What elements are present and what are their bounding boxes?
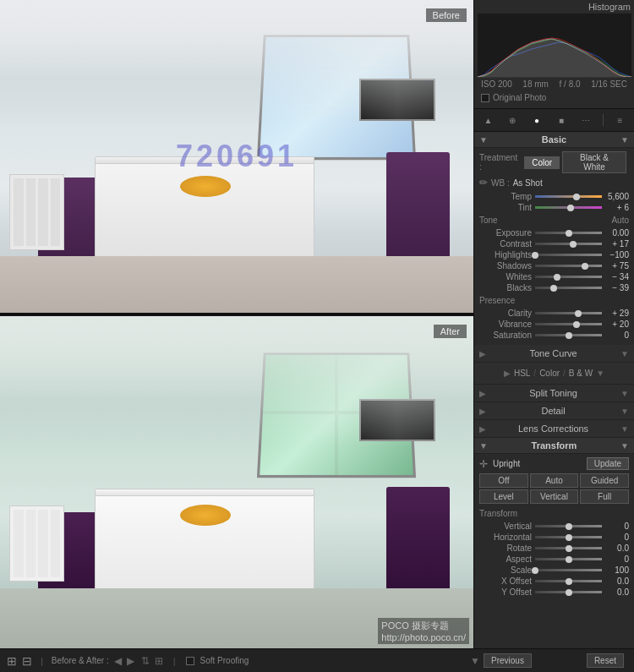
transform-expand-icon: ▼ <box>620 441 629 451</box>
exposure-row: Exposure 0.00 <box>479 228 629 238</box>
shadows-slider[interactable] <box>535 265 602 267</box>
mirror-icon[interactable]: ⊞ <box>155 655 163 667</box>
t-aspect-slider[interactable] <box>535 558 602 560</box>
detail-section[interactable]: ▶ Detail ▼ <box>474 402 634 420</box>
color-btn[interactable]: Color <box>524 156 560 169</box>
original-photo-checkbox[interactable] <box>481 94 489 102</box>
t-vertical-value: 0 <box>604 522 629 531</box>
histogram-svg <box>478 14 631 77</box>
t-horizontal-label: Horizontal <box>479 533 532 542</box>
t-horizontal-slider[interactable] <box>535 536 602 538</box>
temp-value: 5,600 <box>604 192 629 201</box>
poco-watermark: POCO 摄影专题http://photo.poco.cn/ <box>378 618 469 644</box>
vertical-btn[interactable]: Vertical <box>530 489 579 504</box>
detail-expand-icon: ▼ <box>620 407 629 416</box>
bottom-right: Previous Reset <box>480 653 627 668</box>
tint-slider[interactable] <box>535 206 602 209</box>
reset-btn[interactable]: Reset <box>587 653 624 668</box>
exposure-value: 0.00 <box>604 228 629 238</box>
contrast-slider[interactable] <box>535 243 602 245</box>
transform-collapse-icon: ▼ <box>479 441 488 451</box>
wb-value: As Shot <box>513 178 543 188</box>
soft-proofing-checkbox[interactable] <box>186 657 194 665</box>
histogram-canvas <box>478 14 631 77</box>
wall-picture-after <box>359 399 435 441</box>
t-scale-slider[interactable] <box>535 569 602 571</box>
transform-header-label: Transform <box>532 440 577 451</box>
tone-auto[interactable]: Auto <box>611 216 629 225</box>
tool-crop-icon[interactable]: ⊕ <box>505 112 520 128</box>
tool-arrow-icon[interactable]: ▲ <box>480 112 495 128</box>
vibrance-row: Vibrance + 20 <box>479 320 629 329</box>
level-btn[interactable]: Level <box>479 489 528 504</box>
t-yoffset-slider[interactable] <box>535 591 602 593</box>
basic-section-header[interactable]: ▼ Tone Curve Basic ▼ <box>474 132 634 148</box>
grid-icon[interactable]: ⊟ <box>22 654 32 668</box>
blacks-label: Blacks <box>479 283 532 292</box>
transform-section-header[interactable]: ▼ Transform ▼ <box>474 438 634 454</box>
tool-develop-icon[interactable]: ● <box>529 112 544 128</box>
t-vertical-slider[interactable] <box>535 525 602 527</box>
exif-row: ISO 200 18 mm f / 8.0 1/16 SEC <box>478 77 631 90</box>
tone-curve-section[interactable]: ▶ Tone Curve ▼ <box>474 345 634 363</box>
nav-right-icon[interactable]: ▶ <box>127 655 134 667</box>
clarity-slider[interactable] <box>535 312 602 314</box>
t-rotate-slider[interactable] <box>535 547 602 549</box>
tint-value: + 6 <box>604 203 629 212</box>
t-scale-label: Scale <box>479 565 532 575</box>
highlights-slider[interactable] <box>535 254 602 256</box>
swap-icon[interactable]: ⇅ <box>141 655 150 667</box>
basic-section: Treatment : Color Black & White ✏ WB : A… <box>474 148 634 345</box>
tool-more-icon[interactable]: ⋯ <box>578 112 593 128</box>
after-label: After <box>434 325 467 338</box>
vibrance-slider[interactable] <box>535 323 602 325</box>
original-photo-row: Original Photo <box>478 90 631 105</box>
upright-row: ✛ Upright Update <box>479 457 629 470</box>
upright-buttons: Off Auto Guided Level Vertical Full <box>479 473 629 504</box>
before-label: Before <box>426 8 467 22</box>
iso-value: ISO 200 <box>481 79 512 89</box>
basic-expand-icon: ▼ <box>620 135 629 145</box>
split-toning-section[interactable]: ▶ Split Toning ▼ <box>474 385 634 402</box>
t-yoffset-label: Y Offset <box>479 587 532 597</box>
t-yoffset-row: Y Offset 0.0 <box>479 587 629 597</box>
auto-btn[interactable]: Auto <box>530 473 579 488</box>
t-aspect-row: Aspect 0 <box>479 555 629 564</box>
saturation-slider[interactable] <box>535 334 602 336</box>
saturation-label: Saturation <box>479 331 532 340</box>
shadows-label: Shadows <box>479 261 532 270</box>
eyedropper-icon[interactable]: ✏ <box>479 177 488 188</box>
whites-row: Whites − 34 <box>479 272 629 281</box>
t-rotate-value: 0.0 <box>604 544 629 553</box>
saturation-row: Saturation 0 <box>479 331 629 340</box>
split-toning-collapse-icon: ▶ <box>479 389 486 398</box>
original-photo-label: Original Photo <box>493 93 546 102</box>
t-yoffset-value: 0.0 <box>604 587 629 597</box>
previous-btn[interactable]: Previous <box>484 653 532 668</box>
temp-slider[interactable] <box>535 195 602 198</box>
t-rotate-label: Rotate <box>479 544 532 553</box>
full-btn[interactable]: Full <box>580 489 629 504</box>
filmstrip-icon[interactable]: ⊞ <box>7 654 17 668</box>
off-btn[interactable]: Off <box>479 473 528 488</box>
nav-left-icon[interactable]: ◀ <box>114 655 122 667</box>
exposure-slider[interactable] <box>535 232 602 234</box>
t-scale-row: Scale 100 <box>479 565 629 575</box>
hsl-section[interactable]: ▶ HSL / Color / B & W ▼ <box>474 363 634 385</box>
fruit-bowl <box>180 176 231 197</box>
before-after-label: Before & After : <box>52 656 109 665</box>
guided-btn[interactable]: Guided <box>580 473 629 488</box>
main-area: 720691 Before <box>0 0 634 648</box>
tool-settings-icon[interactable]: ≡ <box>612 112 627 128</box>
bw-btn[interactable]: Black & White <box>562 151 626 173</box>
whites-slider[interactable] <box>535 276 602 278</box>
wb-label: WB : <box>491 178 510 188</box>
t-xoffset-label: X Offset <box>479 576 532 586</box>
whites-value: − 34 <box>604 272 629 281</box>
panel-expand-icon[interactable]: ▼ <box>470 655 480 667</box>
lens-corrections-section[interactable]: ▶ Lens Corrections ▼ <box>474 420 634 438</box>
blacks-slider[interactable] <box>535 287 602 289</box>
tool-detail-icon[interactable]: ■ <box>554 112 569 128</box>
update-btn[interactable]: Update <box>587 457 629 470</box>
t-xoffset-slider[interactable] <box>535 580 602 582</box>
